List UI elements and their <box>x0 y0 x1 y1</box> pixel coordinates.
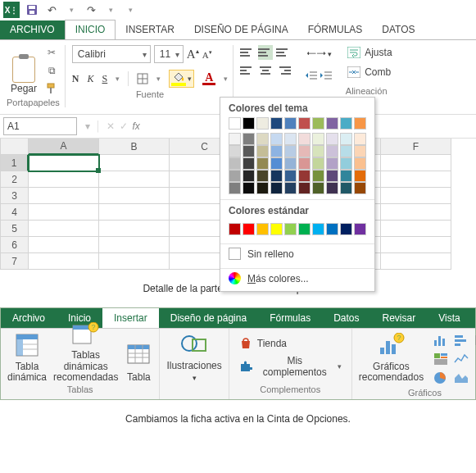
cell[interactable] <box>381 253 451 270</box>
borders-button[interactable] <box>137 70 148 88</box>
row-header[interactable]: 7 <box>1 253 29 270</box>
color-swatch[interactable] <box>298 182 311 194</box>
line-chart-icon[interactable] <box>452 351 470 367</box>
tab2-insertar[interactable]: Insertar <box>102 308 159 328</box>
color-swatch[interactable] <box>340 223 352 235</box>
color-swatch[interactable] <box>298 145 311 157</box>
color-swatch[interactable] <box>312 157 324 170</box>
color-swatch[interactable] <box>243 157 255 170</box>
enter-formula-icon[interactable]: ✓ <box>120 121 128 132</box>
cell[interactable] <box>99 204 170 221</box>
my-addins-button[interactable]: Mis complementos ▾ <box>239 355 342 378</box>
font-color-button[interactable]: A <box>202 70 215 88</box>
cell[interactable] <box>381 188 451 204</box>
bold-button[interactable]: N <box>72 70 79 88</box>
color-swatch[interactable] <box>340 157 352 170</box>
color-swatch[interactable] <box>354 157 366 170</box>
scatter-chart-icon[interactable] <box>473 351 476 367</box>
italic-button[interactable]: K <box>88 70 94 88</box>
cell[interactable] <box>381 221 451 237</box>
color-swatch[interactable] <box>270 157 283 170</box>
underline-dropdown-icon[interactable]: ▾ <box>116 70 120 88</box>
color-swatch[interactable] <box>229 182 241 194</box>
color-swatch[interactable] <box>270 170 283 182</box>
name-box-dropdown-icon[interactable]: ▾ <box>85 121 90 132</box>
color-swatch[interactable] <box>229 223 241 235</box>
wrap-text-button[interactable]: Ajusta <box>347 45 392 60</box>
merge-center-button[interactable]: Comb <box>347 65 392 80</box>
pivot-table-button[interactable]: Tabla dinámica <box>7 332 47 383</box>
column-chart-icon[interactable] <box>432 332 450 348</box>
color-swatch[interactable] <box>312 182 324 194</box>
tab-archivo[interactable]: ARCHIVO <box>0 20 65 39</box>
color-swatch[interactable] <box>243 133 255 145</box>
select-all-corner[interactable] <box>1 139 29 155</box>
cell[interactable] <box>29 253 99 270</box>
color-swatch[interactable] <box>270 117 283 130</box>
color-swatch[interactable] <box>284 145 297 157</box>
cell[interactable] <box>99 155 170 171</box>
cell[interactable] <box>29 221 99 237</box>
illustrations-button[interactable]: Ilustraciones▾ <box>166 332 221 383</box>
color-swatch[interactable] <box>270 223 283 235</box>
color-swatch[interactable] <box>312 223 324 235</box>
color-swatch[interactable] <box>256 182 269 194</box>
tab2-revisar[interactable]: Revisar <box>371 308 428 328</box>
color-swatch[interactable] <box>298 133 311 145</box>
tab-diseno-pagina[interactable]: DISEÑO DE PÁGINA <box>184 20 298 39</box>
row-header[interactable]: 6 <box>1 237 29 253</box>
color-swatch[interactable] <box>340 170 352 182</box>
color-swatch[interactable] <box>243 182 255 194</box>
color-swatch[interactable] <box>284 170 297 182</box>
cell[interactable] <box>29 155 99 171</box>
fill-color-dropdown-icon[interactable]: ▾ <box>188 75 192 83</box>
cell[interactable] <box>381 171 451 188</box>
fill-color-button[interactable]: ▾ <box>169 70 194 88</box>
insert-function-icon[interactable]: fx <box>133 121 140 132</box>
color-swatch[interactable] <box>354 133 366 145</box>
color-swatch[interactable] <box>284 182 297 194</box>
color-swatch[interactable] <box>229 133 241 145</box>
cell[interactable] <box>29 204 99 221</box>
color-swatch[interactable] <box>298 223 311 235</box>
cell[interactable] <box>381 155 451 171</box>
cell[interactable] <box>99 221 170 237</box>
row-header[interactable]: 2 <box>1 171 29 188</box>
column-header[interactable]: B <box>99 139 170 155</box>
color-swatch[interactable] <box>340 145 352 157</box>
color-swatch[interactable] <box>243 223 255 235</box>
cell[interactable] <box>99 171 170 188</box>
color-swatch[interactable] <box>229 170 241 182</box>
recommended-pivot-button[interactable]: ? Tablas dinámicas recomendadas <box>53 332 118 383</box>
increase-indent-icon[interactable] <box>320 66 332 84</box>
color-swatch[interactable] <box>284 133 297 145</box>
color-swatch[interactable] <box>270 133 283 145</box>
color-swatch[interactable] <box>243 170 255 182</box>
align-bottom-icon[interactable] <box>276 45 291 60</box>
orientation-icon[interactable]: ⭠⭢▾ <box>306 45 332 63</box>
color-swatch[interactable] <box>326 182 338 194</box>
customize-qat-icon[interactable]: ▾ <box>123 2 138 17</box>
cell[interactable] <box>99 188 170 204</box>
color-swatch[interactable] <box>256 145 269 157</box>
cell[interactable] <box>381 237 451 253</box>
undo-icon[interactable]: ↶ <box>44 2 59 17</box>
tab2-datos[interactable]: Datos <box>322 308 370 328</box>
cell[interactable] <box>99 253 170 270</box>
decrease-indent-icon[interactable] <box>306 66 317 84</box>
color-swatch[interactable] <box>298 157 311 170</box>
area-chart-icon[interactable] <box>452 370 470 386</box>
decrease-font-icon[interactable]: A▾ <box>202 45 212 63</box>
color-swatch[interactable] <box>326 145 338 157</box>
more-colors-item[interactable]: Más colores... <box>220 269 374 288</box>
color-swatch[interactable] <box>229 157 241 170</box>
color-swatch[interactable] <box>340 117 352 130</box>
column-header[interactable]: F <box>381 139 451 155</box>
hierarchy-chart-icon[interactable] <box>432 351 450 367</box>
color-swatch[interactable] <box>354 170 366 182</box>
bar-chart-icon[interactable] <box>452 332 470 348</box>
tab-datos[interactable]: DATOS <box>372 20 424 39</box>
tab-inicio[interactable]: INICIO <box>65 20 116 39</box>
save-icon[interactable] <box>25 2 39 17</box>
cell[interactable] <box>29 171 99 188</box>
